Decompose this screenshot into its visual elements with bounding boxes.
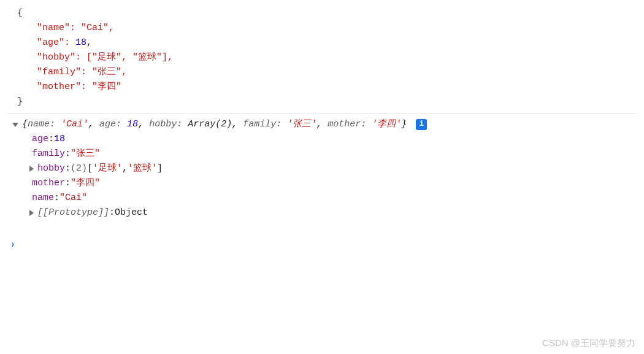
- prop-prototype-row[interactable]: [[Prototype]]: Object: [29, 206, 637, 220]
- json-family-line: "family": "张三",: [37, 65, 637, 80]
- json-age-line: "age": 18,: [37, 36, 637, 50]
- console-prompt[interactable]: ›: [10, 237, 637, 253]
- json-hobby-line: "hobby": ["足球", "篮球"],: [37, 50, 637, 65]
- json-output-block: { "name": "Cai", "age": 18, "hobby": ["足…: [12, 6, 637, 109]
- info-icon[interactable]: i: [416, 119, 427, 130]
- prop-val-name: "Cai": [59, 191, 87, 206]
- prop-age-row[interactable]: age: 18: [32, 132, 637, 147]
- summary-brace-open: {: [22, 117, 28, 132]
- summary-val-hobby: Array(2): [188, 117, 232, 132]
- prop-mother-row[interactable]: mother: "李四": [32, 176, 637, 191]
- prop-val-family: "张三": [71, 147, 100, 161]
- hobby-count: (2): [71, 161, 87, 176]
- prop-key-age: age: [32, 132, 48, 147]
- brace-open: {: [17, 6, 637, 21]
- summary-val-age: 18: [127, 117, 138, 132]
- hobby-val-1: '足球': [93, 161, 122, 176]
- hobby-val-2: '篮球': [128, 161, 157, 176]
- summary-key-mother: mother:: [328, 117, 366, 132]
- chevron-right-icon[interactable]: [29, 166, 34, 172]
- prop-val-mother: "李四": [71, 176, 100, 191]
- brace-close: }: [17, 94, 637, 109]
- chevron-right-icon[interactable]: [29, 210, 34, 216]
- prop-name-row[interactable]: name: "Cai": [32, 191, 637, 206]
- prop-key-family: family: [32, 147, 65, 161]
- prop-val-age: 18: [54, 132, 65, 147]
- json-mother-line: "mother": "李四": [37, 80, 637, 94]
- summary-val-mother: '李四': [372, 117, 401, 132]
- prop-hobby-row[interactable]: hobby: (2) ['足球', '篮球']: [29, 161, 637, 176]
- divider: [7, 113, 637, 114]
- object-summary-row[interactable]: { name: 'Cai', age: 18, hobby: Array(2),…: [12, 117, 637, 132]
- prototype-key: [[Prototype]]: [37, 206, 109, 220]
- watermark: CSDN @王同学要努力: [542, 336, 635, 350]
- prototype-val: Object: [115, 206, 148, 220]
- summary-key-family: family:: [243, 117, 282, 132]
- summary-val-name: 'Cai': [61, 117, 88, 132]
- summary-key-hobby: hobby:: [149, 117, 182, 132]
- prop-key-hobby: hobby: [37, 161, 65, 176]
- prop-key-name: name: [32, 191, 54, 206]
- summary-brace-close: }: [401, 117, 407, 132]
- summary-key-name: name:: [28, 117, 55, 132]
- summary-val-family: '张三': [287, 117, 316, 132]
- prop-family-row[interactable]: family: "张三": [32, 147, 637, 161]
- prop-key-mother: mother: [32, 176, 65, 191]
- summary-key-age: age:: [99, 117, 121, 132]
- chevron-down-icon[interactable]: [12, 123, 18, 127]
- json-name-line: "name": "Cai",: [37, 21, 637, 36]
